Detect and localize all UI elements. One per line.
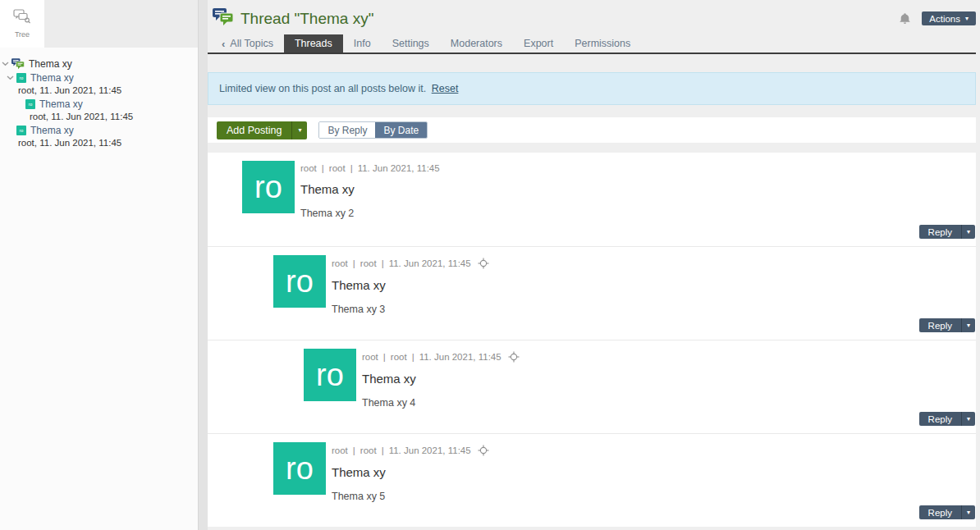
post-date: 11. Jun 2021, 11:45 (419, 352, 501, 362)
actions-button-label: Actions (929, 14, 960, 24)
reply-dropdown[interactable]: ▾ (961, 412, 975, 426)
tab-label: Info (354, 38, 371, 49)
post-body: root | root | 11. Jun 2021, 11:45 (332, 442, 489, 519)
tree-item-label[interactable]: Thema xy (29, 58, 72, 70)
tab[interactable]: ‹ Info (343, 34, 382, 53)
tree-item-label[interactable]: Thema xy (39, 98, 83, 110)
limited-view-notice: Limited view on this post an all posts b… (208, 72, 976, 105)
tree-item-meta: root, 11. Jun 2021, 11:45 (0, 111, 195, 123)
meta-separator: | (350, 163, 353, 173)
tab[interactable]: ‹ Export (513, 34, 564, 53)
tree-item-label[interactable]: Thema xy (30, 125, 74, 136)
tab[interactable]: ‹ Settings (382, 34, 440, 53)
post: ro root | root | 11. Jun 2021, 11:45 (208, 340, 976, 433)
tree-item-label[interactable]: Thema xy (30, 72, 74, 84)
add-posting-label: Add Posting (217, 121, 291, 139)
reply-dropdown[interactable]: ▾ (961, 318, 975, 332)
post-topic-author[interactable]: root (360, 445, 377, 455)
actions-button[interactable]: Actions ▾ (922, 11, 976, 25)
limited-view-target-icon[interactable] (508, 351, 520, 363)
reply-button-label: Reply (919, 225, 961, 239)
reply-dropdown[interactable]: ▾ (961, 225, 975, 239)
limited-view-target-icon[interactable] (478, 258, 489, 269)
main-content: Thread "Thema xy" Actions ▾ ‹ All Topics (208, 0, 980, 530)
post: ro root | root | 11. Jun 2021, 11:45 (208, 246, 976, 340)
speech-bubbles-icon (213, 8, 234, 30)
reply-button[interactable]: Reply ▾ (919, 412, 975, 426)
avatar[interactable]: ro (273, 442, 326, 495)
meta-separator: | (412, 352, 414, 362)
tree-item-row[interactable]: ro Thema xy (0, 71, 195, 85)
post-author[interactable]: root (332, 258, 348, 268)
app-window: Tree (0, 0, 980, 530)
post-meta: root | root | 11. Jun 2021, 11:45 (362, 351, 520, 363)
meta-separator: | (322, 163, 324, 173)
tab[interactable]: ‹ Permissions (564, 34, 641, 53)
sort-by-date-button[interactable]: By Date (375, 122, 427, 138)
avatar[interactable]: ro (304, 349, 356, 401)
post-author[interactable]: root (300, 163, 317, 173)
post-author[interactable]: root (362, 352, 378, 362)
meta-separator: | (353, 445, 355, 455)
notification-bell-icon[interactable] (899, 12, 911, 25)
post-title: Thema xy (332, 465, 489, 479)
tree-item-row[interactable]: ro Thema xy (0, 124, 195, 137)
post-meta: root | root | 11. Jun 2021, 11:45 (332, 445, 489, 456)
sidebar: Tree (0, 0, 198, 530)
tree-item[interactable]: ro Thema xy root, 11. Jun 2021, 11:45 (0, 71, 195, 97)
posting-toolbar: Add Posting ▾ By Reply By Date (208, 117, 976, 143)
add-posting-button[interactable]: Add Posting ▾ (217, 121, 307, 139)
chevron-down-icon[interactable] (7, 75, 16, 80)
tab[interactable]: ‹ All Topics (211, 34, 284, 53)
tree-item-row[interactable]: Thema xy (0, 57, 195, 71)
caret-down-icon: ▾ (967, 416, 970, 423)
posts-list: ro root | root | 11. Jun 2021, 11:45 (208, 153, 976, 527)
post-date: 11. Jun 2021, 11:45 (358, 163, 440, 173)
post-topic-author[interactable]: root (329, 163, 346, 173)
meta-separator: | (382, 258, 384, 268)
sort-toggle: By Reply By Date (318, 121, 428, 139)
tree-item-row[interactable]: ro Thema xy (0, 98, 195, 111)
avatar[interactable]: ro (273, 255, 326, 308)
sort-by-reply-button[interactable]: By Reply (319, 122, 375, 138)
tree-item[interactable]: Thema xy (0, 57, 195, 71)
page-title: Thread "Thema xy" (240, 10, 373, 28)
sidebar-tab-tree[interactable]: Tree (0, 0, 44, 48)
mini-avatar: ro (25, 99, 35, 109)
tree-item[interactable]: ro Thema xy root, 11. Jun 2021, 11:45 (0, 98, 195, 123)
tab-label: Settings (392, 38, 429, 49)
post: ro root | root | 11. Jun 2021, 11:45 (208, 433, 976, 527)
post-text: Thema xy 3 (332, 304, 489, 315)
tab-label: All Topics (230, 38, 273, 49)
post-topic-author[interactable]: root (360, 258, 377, 268)
caret-down-icon: ▾ (967, 229, 970, 235)
post-body: root | root | 11. Jun 2021, 11:45 (332, 255, 489, 332)
post-title: Thema xy (332, 278, 489, 292)
tree-speech-bubbles-icon (13, 9, 31, 27)
reset-link[interactable]: Reset (432, 83, 459, 94)
post-title: Thema xy (362, 372, 520, 386)
reply-button[interactable]: Reply ▾ (919, 505, 975, 519)
meta-separator: | (353, 258, 355, 268)
reply-button[interactable]: Reply ▾ (919, 225, 975, 239)
reply-button[interactable]: Reply ▾ (919, 318, 975, 332)
tab-label: Permissions (575, 38, 630, 49)
add-posting-dropdown[interactable]: ▾ (291, 121, 307, 139)
chevron-down-icon[interactable] (2, 62, 11, 66)
tree-item[interactable]: ro Thema xy root, 11. Jun 2021, 11:45 (0, 124, 195, 149)
reply-dropdown[interactable]: ▾ (961, 505, 975, 519)
post-author[interactable]: root (332, 445, 348, 455)
tab-label: Moderators (451, 38, 502, 49)
caret-down-icon: ▾ (967, 322, 970, 329)
sidebar-scrollbar[interactable] (198, 0, 208, 530)
tree-item-meta: root, 11. Jun 2021, 11:45 (0, 85, 195, 97)
tab[interactable]: ‹ Moderators (440, 34, 513, 53)
tab[interactable]: ‹ Threads (284, 34, 343, 53)
post-topic-author[interactable]: root (391, 352, 407, 362)
limited-view-target-icon[interactable] (478, 445, 489, 456)
post-title: Thema xy (300, 182, 440, 196)
tab-label: Threads (295, 38, 332, 49)
tree-item-meta: root, 11. Jun 2021, 11:45 (0, 137, 195, 149)
tab-label: Export (524, 38, 553, 49)
avatar[interactable]: ro (242, 161, 295, 213)
